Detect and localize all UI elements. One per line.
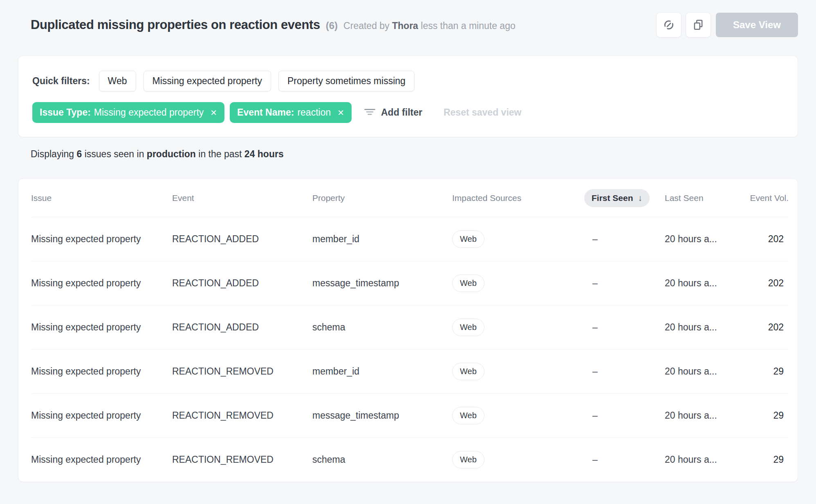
source-badge: Web (452, 319, 484, 336)
filter-pill-issue-type[interactable]: Issue Type: Missing expected property ✕ (32, 102, 224, 123)
close-icon[interactable]: ✕ (210, 109, 217, 117)
column-header-event[interactable]: Event (172, 193, 312, 203)
filter-pill-label: Event Name: (237, 107, 294, 118)
sort-desc-arrow-icon: ↓ (638, 193, 643, 203)
event-cell: REACTION_ADDED (172, 322, 312, 333)
sources-cell: Web (452, 319, 584, 336)
sources-cell: Web (452, 407, 584, 424)
header-actions: Save View (656, 12, 798, 38)
column-header-event-vol[interactable]: Event Vol. (749, 193, 789, 203)
property-cell: schema (312, 322, 452, 333)
sort-first-seen-button[interactable]: First Seen ↓ (584, 189, 650, 207)
first-seen-cell: – (584, 410, 665, 421)
first-seen-cell: – (584, 454, 665, 465)
last-seen-cell: 20 hours a... (665, 454, 749, 465)
first-seen-cell: – (584, 278, 665, 289)
table-row[interactable]: Missing expected property REACTION_REMOV… (31, 437, 789, 482)
page: Duplicated missing properties on reactio… (0, 0, 816, 482)
event-cell: REACTION_ADDED (172, 234, 312, 245)
table-row[interactable]: Missing expected property REACTION_ADDED… (31, 305, 789, 349)
issue-cell: Missing expected property (31, 366, 172, 377)
copy-link-button[interactable] (656, 12, 681, 38)
first-seen-cell: – (584, 322, 665, 333)
quick-filter-missing-expected-property[interactable]: Missing expected property (143, 71, 271, 91)
created-by-suffix: less than a minute ago (421, 20, 515, 31)
event-cell: REACTION_REMOVED (172, 410, 312, 421)
last-seen-cell: 20 hours a... (665, 410, 749, 421)
summary-mid1: issues seen in (85, 149, 144, 159)
event-cell: REACTION_REMOVED (172, 454, 312, 465)
table-row[interactable]: Missing expected property REACTION_ADDED… (31, 217, 789, 261)
column-header-property[interactable]: Property (312, 193, 452, 203)
last-seen-cell: 20 hours a... (665, 234, 749, 245)
table-row[interactable]: Missing expected property REACTION_ADDED… (31, 261, 789, 305)
source-badge: Web (452, 230, 484, 248)
results-summary: Displaying 6 issues seen in production i… (18, 149, 798, 161)
event-vol-cell: 29 (749, 366, 789, 377)
property-cell: member_id (312, 366, 452, 377)
quick-filters-row: Quick filters: Web Missing expected prop… (32, 71, 784, 91)
event-vol-cell: 202 (749, 322, 789, 333)
column-header-issue[interactable]: Issue (31, 193, 172, 203)
quick-filter-property-sometimes-missing[interactable]: Property sometimes missing (278, 71, 415, 91)
close-icon[interactable]: ✕ (337, 109, 344, 117)
event-cell: REACTION_ADDED (172, 278, 312, 289)
sources-cell: Web (452, 230, 584, 248)
created-by-meta: Created by Thora less than a minute ago (343, 20, 516, 31)
summary-environment: production (147, 149, 196, 159)
issue-cell: Missing expected property (31, 234, 172, 245)
issues-table: Issue Event Property Impacted Sources Fi… (18, 178, 798, 482)
last-seen-cell: 20 hours a... (665, 366, 749, 377)
source-badge: Web (452, 274, 484, 292)
created-by-name: Thora (392, 20, 418, 31)
save-view-button[interactable]: Save View (716, 13, 798, 37)
property-cell: schema (312, 454, 452, 465)
event-vol-cell: 202 (749, 234, 789, 245)
active-filters-row: Issue Type: Missing expected property ✕ … (32, 102, 784, 123)
last-seen-cell: 20 hours a... (665, 322, 749, 333)
table-row[interactable]: Missing expected property REACTION_REMOV… (31, 393, 789, 437)
filters-card: Quick filters: Web Missing expected prop… (18, 56, 798, 137)
column-header-first-seen: First Seen ↓ (584, 189, 665, 207)
issue-cell: Missing expected property (31, 322, 172, 333)
add-filter-label: Add filter (381, 107, 422, 118)
copy-icon (692, 19, 704, 31)
issue-cell: Missing expected property (31, 454, 172, 465)
event-vol-cell: 29 (749, 410, 789, 421)
sources-cell: Web (452, 274, 584, 292)
property-cell: message_timestamp (312, 410, 452, 421)
source-badge: Web (452, 451, 484, 468)
first-seen-cell: – (584, 366, 665, 377)
table-row[interactable]: Missing expected property REACTION_REMOV… (31, 349, 789, 393)
quick-filter-web[interactable]: Web (99, 71, 136, 91)
sources-cell: Web (452, 363, 584, 380)
add-filter-button[interactable]: Add filter (364, 107, 422, 118)
title-group: Duplicated missing properties on reactio… (18, 18, 516, 32)
issue-cell: Missing expected property (31, 278, 172, 289)
summary-count: 6 (77, 149, 82, 159)
reset-saved-view-button[interactable]: Reset saved view (444, 107, 522, 118)
issue-count-badge: (6) (326, 20, 338, 31)
filter-icon (364, 107, 375, 118)
sort-column-label: First Seen (592, 193, 633, 203)
source-badge: Web (452, 407, 484, 424)
page-title: Duplicated missing properties on reactio… (31, 18, 320, 32)
filter-pill-event-name[interactable]: Event Name: reaction ✕ (230, 102, 352, 123)
quick-filters-label: Quick filters: (32, 76, 90, 87)
summary-prefix: Displaying (31, 149, 74, 159)
filter-pill-value: Missing expected property (94, 107, 204, 118)
created-by-prefix: Created by (343, 20, 390, 31)
event-vol-cell: 29 (749, 454, 789, 465)
link-icon (663, 19, 675, 31)
filter-pill-value: reaction (297, 107, 331, 118)
filter-pill-label: Issue Type: (40, 107, 91, 118)
column-header-last-seen[interactable]: Last Seen (665, 193, 749, 203)
duplicate-view-button[interactable] (686, 12, 711, 38)
column-header-impacted-sources[interactable]: Impacted Sources (452, 193, 584, 203)
last-seen-cell: 20 hours a... (665, 278, 749, 289)
page-header: Duplicated missing properties on reactio… (18, 0, 798, 38)
source-badge: Web (452, 363, 484, 380)
event-vol-cell: 202 (749, 278, 789, 289)
first-seen-cell: – (584, 234, 665, 245)
sources-cell: Web (452, 451, 584, 468)
